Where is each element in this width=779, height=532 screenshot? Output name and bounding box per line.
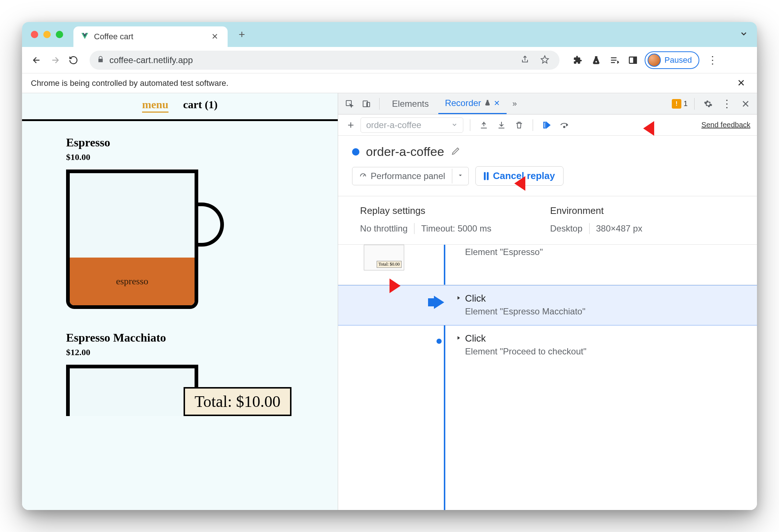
tab-title: Coffee cart xyxy=(94,32,204,41)
recording-selector-text: order-a-coffee xyxy=(366,120,421,130)
caret-down-icon xyxy=(452,169,468,183)
nav-cart-link[interactable]: cart (1) xyxy=(183,98,218,113)
tab-elements[interactable]: Elements xyxy=(385,93,435,114)
import-icon[interactable] xyxy=(494,118,508,132)
site-nav: menu cart (1) xyxy=(22,93,338,121)
delete-icon[interactable] xyxy=(512,118,526,132)
export-icon[interactable] xyxy=(477,118,491,132)
automation-close-icon[interactable]: ✕ xyxy=(734,77,748,89)
avatar xyxy=(648,54,661,67)
rendered-page: menu cart (1) Espresso $10.00 espresso E… xyxy=(22,93,338,510)
annotation-arrow xyxy=(367,275,401,298)
throttling-value[interactable]: No throttling xyxy=(360,223,407,234)
side-panel-icon[interactable] xyxy=(626,54,639,67)
send-feedback-link[interactable]: Send feedback xyxy=(702,121,750,129)
tab-recorder-close-icon[interactable]: ✕ xyxy=(494,99,500,108)
url-text: coffee-cart.netlify.app xyxy=(109,55,512,65)
chevron-down-icon xyxy=(451,120,458,130)
fullscreen-window-button[interactable] xyxy=(56,31,63,38)
tab-close-icon[interactable]: ✕ xyxy=(209,32,220,41)
product-list: Espresso $10.00 espresso Espresso Macchi… xyxy=(22,121,338,438)
reading-list-icon[interactable] xyxy=(608,54,621,67)
step-title: Click xyxy=(465,293,486,304)
recording-name: order-a-coffee xyxy=(366,145,444,159)
total-badge[interactable]: Total: $10.00 xyxy=(184,387,291,416)
window-titlebar: Coffee cart ✕ + xyxy=(22,22,757,47)
environment-col: Environment Desktop 380×487 px xyxy=(550,205,642,234)
tab-recorder[interactable]: Recorder ✕ xyxy=(438,93,507,114)
devtools-menu-icon[interactable]: ⋮ xyxy=(719,98,735,110)
viewport-value[interactable]: 380×487 px xyxy=(596,223,642,234)
new-recording-button[interactable]: + xyxy=(345,119,357,131)
step-marker-dot xyxy=(436,339,442,344)
recorder-controls: Performance panel Cancel replay xyxy=(338,166,757,196)
browser-tab[interactable]: Coffee cart ✕ xyxy=(73,26,228,47)
step-subtitle: Element "Espresso" xyxy=(465,247,742,257)
recorder-settings: Replay settings No throttling Timeout: 5… xyxy=(338,196,757,245)
nav-menu-link[interactable]: menu xyxy=(142,98,169,113)
edit-name-icon[interactable] xyxy=(451,146,460,157)
espresso-cup[interactable]: espresso xyxy=(66,170,224,313)
timeout-value[interactable]: Timeout: 5000 ms xyxy=(421,223,491,234)
address-bar[interactable]: coffee-cart.netlify.app xyxy=(90,51,559,70)
performance-panel-selector[interactable]: Performance panel xyxy=(352,167,469,185)
issues-badge[interactable]: ! 1 xyxy=(672,99,688,109)
replay-icon[interactable] xyxy=(540,118,554,132)
reload-button[interactable] xyxy=(66,53,81,68)
devtools-close-icon[interactable] xyxy=(739,97,753,111)
cup-fill-label: espresso xyxy=(116,276,148,287)
step-row-current[interactable]: Click Element "Espresso Macchiato" xyxy=(338,285,757,325)
steps-timeline: Total: $0.00 Element "Espresso" xyxy=(338,245,757,510)
automation-notice-text: Chrome is being controlled by automated … xyxy=(31,79,228,88)
annotation-arrow xyxy=(514,172,547,196)
bookmark-star-icon[interactable] xyxy=(537,55,552,65)
svg-point-0 xyxy=(595,61,597,62)
tabbar-right xyxy=(739,29,748,40)
profile-paused-chip[interactable]: Paused xyxy=(645,51,699,69)
forward-button[interactable] xyxy=(48,53,62,68)
environment-title: Environment xyxy=(550,205,642,216)
share-icon[interactable] xyxy=(518,55,532,65)
product-macchiato-title: Espresso Macchiato xyxy=(66,331,294,345)
vue-favicon-icon xyxy=(81,32,89,41)
browser-toolbar: coffee-cart.netlify.app Paus xyxy=(22,47,757,73)
step-title: Click xyxy=(465,333,486,344)
replay-settings-title: Replay settings xyxy=(360,205,492,216)
pause-icon xyxy=(484,172,489,180)
automation-notice-bar: Chrome is being controlled by automated … xyxy=(22,73,757,93)
warning-icon: ! xyxy=(672,99,681,109)
replay-settings-col: Replay settings No throttling Timeout: 5… xyxy=(360,205,492,234)
recording-selector[interactable]: order-a-coffee xyxy=(360,117,463,133)
minimize-window-button[interactable] xyxy=(43,31,51,38)
device-value[interactable]: Desktop xyxy=(550,223,582,234)
browser-window: Coffee cart ✕ + coffee-cart.netlify.app xyxy=(22,22,757,510)
back-button[interactable] xyxy=(29,53,44,68)
browser-menu-icon[interactable]: ⋮ xyxy=(704,54,721,66)
close-window-button[interactable] xyxy=(31,31,38,38)
flask-icon[interactable] xyxy=(590,54,603,67)
issues-count: 1 xyxy=(684,99,688,108)
devtools-tabbar: Elements Recorder ✕ » ! 1 xyxy=(338,93,757,114)
step-row[interactable]: Click Element "Proceed to checkout" xyxy=(338,325,757,366)
expand-icon[interactable] xyxy=(456,335,461,342)
speedometer-icon xyxy=(359,171,367,181)
lock-icon xyxy=(97,56,104,65)
recording-name-row: order-a-coffee xyxy=(338,136,757,166)
paused-label: Paused xyxy=(664,55,692,65)
tabs-menu-icon[interactable] xyxy=(739,33,748,39)
step-row[interactable]: Total: $0.00 Element "Espresso" xyxy=(338,245,757,285)
expand-icon[interactable] xyxy=(456,295,461,302)
macchiato-cup[interactable] xyxy=(66,365,198,416)
step-subtitle: Element "Espresso Macchiato" xyxy=(465,306,742,317)
step-over-icon[interactable] xyxy=(557,118,571,132)
devtools-pane: Elements Recorder ✕ » ! 1 xyxy=(338,93,757,510)
toolbar-right: Paused ⋮ xyxy=(571,51,721,69)
more-tabs-icon[interactable]: » xyxy=(510,99,520,109)
new-tab-button[interactable]: + xyxy=(235,28,249,41)
device-mode-icon[interactable] xyxy=(359,97,373,111)
product-espresso-title: Espresso xyxy=(66,136,294,149)
inspect-element-icon[interactable] xyxy=(343,97,356,111)
step-thumbnail: Total: $0.00 xyxy=(364,245,404,270)
settings-gear-icon[interactable] xyxy=(701,97,715,111)
extensions-icon[interactable] xyxy=(571,54,584,67)
